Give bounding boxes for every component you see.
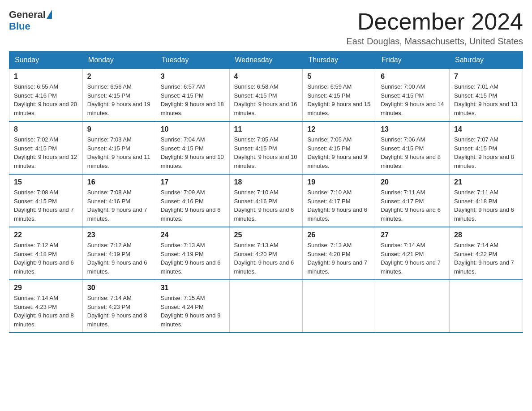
day-number: 29 [14, 284, 78, 292]
day-number: 5 [307, 73, 371, 81]
title-section: December 2024 East Douglas, Massachusett… [346, 9, 523, 47]
header-tuesday: Tuesday [156, 51, 229, 69]
day-info: Sunrise: 7:14 AMSunset: 4:22 PMDaylight:… [454, 241, 518, 276]
calendar-week-2: 8 Sunrise: 7:02 AMSunset: 4:15 PMDayligh… [9, 121, 523, 174]
day-info: Sunrise: 7:10 AMSunset: 4:16 PMDaylight:… [234, 188, 298, 223]
calendar-day-10: 10 Sunrise: 7:04 AMSunset: 4:15 PMDaylig… [156, 121, 229, 174]
calendar-week-1: 1 Sunrise: 6:55 AMSunset: 4:16 PMDayligh… [9, 69, 523, 122]
calendar-day-17: 17 Sunrise: 7:09 AMSunset: 4:16 PMDaylig… [156, 174, 229, 227]
calendar-day-3: 3 Sunrise: 6:57 AMSunset: 4:15 PMDayligh… [156, 69, 229, 122]
day-info: Sunrise: 7:14 AMSunset: 4:23 PMDaylight:… [87, 294, 151, 329]
day-number: 11 [234, 125, 298, 133]
location-title: East Douglas, Massachusetts, United Stat… [346, 36, 523, 47]
calendar-day-28: 28 Sunrise: 7:14 AMSunset: 4:22 PMDaylig… [450, 227, 523, 280]
header-thursday: Thursday [303, 51, 376, 69]
calendar-week-5: 29 Sunrise: 7:14 AMSunset: 4:23 PMDaylig… [9, 280, 523, 333]
calendar-day-31: 31 Sunrise: 7:15 AMSunset: 4:24 PMDaylig… [156, 280, 229, 333]
day-number: 22 [14, 231, 78, 239]
calendar-day-25: 25 Sunrise: 7:13 AMSunset: 4:20 PMDaylig… [229, 227, 303, 280]
day-info: Sunrise: 7:13 AMSunset: 4:20 PMDaylight:… [234, 241, 298, 276]
day-info: Sunrise: 7:14 AMSunset: 4:21 PMDaylight:… [381, 241, 445, 276]
calendar-day-19: 19 Sunrise: 7:10 AMSunset: 4:17 PMDaylig… [303, 174, 376, 227]
logo-general-text: General Blue [9, 9, 52, 32]
day-number: 15 [14, 178, 78, 186]
day-number: 28 [454, 231, 518, 239]
calendar-day-18: 18 Sunrise: 7:10 AMSunset: 4:16 PMDaylig… [229, 174, 303, 227]
day-info: Sunrise: 7:05 AMSunset: 4:15 PMDaylight:… [307, 135, 371, 170]
day-number: 13 [381, 125, 445, 133]
day-info: Sunrise: 7:10 AMSunset: 4:17 PMDaylight:… [307, 188, 371, 223]
calendar-day-20: 20 Sunrise: 7:11 AMSunset: 4:17 PMDaylig… [376, 174, 450, 227]
day-number: 30 [87, 284, 151, 292]
day-info: Sunrise: 7:11 AMSunset: 4:17 PMDaylight:… [381, 188, 445, 223]
calendar-day-24: 24 Sunrise: 7:13 AMSunset: 4:19 PMDaylig… [156, 227, 229, 280]
day-number: 3 [161, 73, 225, 81]
calendar-day-4: 4 Sunrise: 6:58 AMSunset: 4:15 PMDayligh… [229, 69, 303, 122]
day-number: 18 [234, 178, 298, 186]
day-info: Sunrise: 7:08 AMSunset: 4:15 PMDaylight:… [14, 188, 78, 223]
day-number: 26 [307, 231, 371, 239]
calendar-day-29: 29 Sunrise: 7:14 AMSunset: 4:23 PMDaylig… [9, 280, 83, 333]
day-info: Sunrise: 6:59 AMSunset: 4:15 PMDaylight:… [307, 82, 371, 117]
calendar-day-9: 9 Sunrise: 7:03 AMSunset: 4:15 PMDayligh… [82, 121, 156, 174]
header-friday: Friday [376, 51, 450, 69]
day-number: 17 [161, 178, 225, 186]
calendar-day-2: 2 Sunrise: 6:56 AMSunset: 4:15 PMDayligh… [82, 69, 156, 122]
calendar-day-8: 8 Sunrise: 7:02 AMSunset: 4:15 PMDayligh… [9, 121, 83, 174]
empty-cell [376, 280, 450, 333]
empty-cell [450, 280, 523, 333]
calendar-day-21: 21 Sunrise: 7:11 AMSunset: 4:18 PMDaylig… [450, 174, 523, 227]
calendar-day-15: 15 Sunrise: 7:08 AMSunset: 4:15 PMDaylig… [9, 174, 83, 227]
day-number: 19 [307, 178, 371, 186]
day-info: Sunrise: 7:13 AMSunset: 4:20 PMDaylight:… [307, 241, 371, 276]
day-info: Sunrise: 6:55 AMSunset: 4:16 PMDaylight:… [14, 82, 78, 117]
day-number: 10 [161, 125, 225, 133]
day-info: Sunrise: 7:14 AMSunset: 4:23 PMDaylight:… [14, 294, 78, 329]
day-number: 14 [454, 125, 518, 133]
day-info: Sunrise: 7:13 AMSunset: 4:19 PMDaylight:… [161, 241, 225, 276]
empty-cell [303, 280, 376, 333]
calendar-day-16: 16 Sunrise: 7:08 AMSunset: 4:16 PMDaylig… [82, 174, 156, 227]
day-number: 7 [454, 73, 518, 81]
day-info: Sunrise: 7:11 AMSunset: 4:18 PMDaylight:… [454, 188, 518, 223]
calendar-day-5: 5 Sunrise: 6:59 AMSunset: 4:15 PMDayligh… [303, 69, 376, 122]
day-info: Sunrise: 7:09 AMSunset: 4:16 PMDaylight:… [161, 188, 225, 223]
day-number: 12 [307, 125, 371, 133]
day-info: Sunrise: 7:12 AMSunset: 4:18 PMDaylight:… [14, 241, 78, 276]
calendar-day-23: 23 Sunrise: 7:12 AMSunset: 4:19 PMDaylig… [82, 227, 156, 280]
day-info: Sunrise: 7:06 AMSunset: 4:15 PMDaylight:… [381, 135, 445, 170]
day-number: 6 [381, 73, 445, 81]
calendar-table: SundayMondayTuesdayWednesdayThursdayFrid… [9, 51, 523, 333]
calendar-day-1: 1 Sunrise: 6:55 AMSunset: 4:16 PMDayligh… [9, 69, 83, 122]
day-number: 16 [87, 178, 151, 186]
day-number: 31 [161, 284, 225, 292]
page-header: General Blue December 2024 East Douglas,… [9, 9, 523, 47]
day-number: 24 [161, 231, 225, 239]
calendar-day-6: 6 Sunrise: 7:00 AMSunset: 4:15 PMDayligh… [376, 69, 450, 122]
day-number: 2 [87, 73, 151, 81]
day-number: 1 [14, 73, 78, 81]
calendar-day-27: 27 Sunrise: 7:14 AMSunset: 4:21 PMDaylig… [376, 227, 450, 280]
day-info: Sunrise: 6:57 AMSunset: 4:15 PMDaylight:… [161, 82, 225, 117]
day-info: Sunrise: 7:15 AMSunset: 4:24 PMDaylight:… [161, 294, 225, 329]
calendar-day-12: 12 Sunrise: 7:05 AMSunset: 4:15 PMDaylig… [303, 121, 376, 174]
empty-cell [229, 280, 303, 333]
day-info: Sunrise: 6:58 AMSunset: 4:15 PMDaylight:… [234, 82, 298, 117]
day-info: Sunrise: 7:07 AMSunset: 4:15 PMDaylight:… [454, 135, 518, 170]
calendar-day-30: 30 Sunrise: 7:14 AMSunset: 4:23 PMDaylig… [82, 280, 156, 333]
header-wednesday: Wednesday [229, 51, 303, 69]
calendar-day-13: 13 Sunrise: 7:06 AMSunset: 4:15 PMDaylig… [376, 121, 450, 174]
header-monday: Monday [82, 51, 156, 69]
day-info: Sunrise: 7:04 AMSunset: 4:15 PMDaylight:… [161, 135, 225, 170]
logo: General Blue [9, 9, 52, 32]
day-number: 21 [454, 178, 518, 186]
day-number: 4 [234, 73, 298, 81]
day-info: Sunrise: 7:03 AMSunset: 4:15 PMDaylight:… [87, 135, 151, 170]
day-info: Sunrise: 7:02 AMSunset: 4:15 PMDaylight:… [14, 135, 78, 170]
day-number: 23 [87, 231, 151, 239]
day-info: Sunrise: 6:56 AMSunset: 4:15 PMDaylight:… [87, 82, 151, 117]
calendar-day-11: 11 Sunrise: 7:05 AMSunset: 4:15 PMDaylig… [229, 121, 303, 174]
day-number: 9 [87, 125, 151, 133]
header-saturday: Saturday [450, 51, 523, 69]
month-title: December 2024 [346, 9, 523, 34]
